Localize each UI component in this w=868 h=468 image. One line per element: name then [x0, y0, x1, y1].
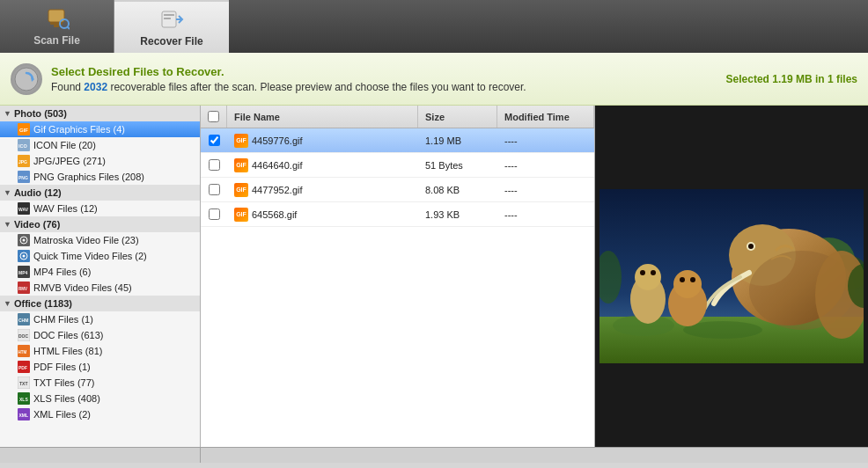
tree-group-photo[interactable]: ▼ Photo (503): [0, 106, 200, 121]
info-suffix: recoverable files after the scan. Please…: [107, 81, 526, 93]
file-check-3[interactable]: [201, 202, 227, 226]
col-header-check: [201, 106, 227, 128]
gif-icon-2: GIF: [234, 183, 248, 197]
tree-item-icon-label: ICON File (20): [33, 140, 96, 150]
tree-item-icon[interactable]: ICO ICON File (20): [0, 137, 200, 153]
recover-icon: [159, 7, 184, 32]
file-name-3: GIF 645568.gif: [227, 202, 418, 226]
tab-recover[interactable]: Recover File: [114, 0, 229, 53]
png-file-icon: PNG: [18, 171, 30, 183]
tree-item-html[interactable]: HTM HTML Files (81): [0, 343, 200, 359]
file-size-3: 1.93 KB: [418, 202, 497, 226]
svg-text:PNG: PNG: [18, 175, 28, 180]
info-text: Select Desired Files to Recover. Found 2…: [51, 65, 526, 93]
left-panel-tree[interactable]: ▼ Photo (503) GIF Gif Graphics Files (4)…: [0, 106, 201, 447]
file-row-2[interactable]: GIF 4477952.gif 8.08 KB ----: [201, 178, 594, 202]
svg-rect-6: [164, 14, 174, 16]
svg-point-63: [690, 277, 695, 282]
svg-text:TXT: TXT: [19, 381, 27, 386]
tree-item-pdf-label: PDF Files (1): [33, 362, 91, 372]
txt-file-icon: TXT: [18, 377, 30, 389]
tree-item-gif-label: Gif Graphics Files (4): [33, 124, 125, 135]
left-panel-scrollbar[interactable]: [0, 448, 201, 463]
right-panel-preview: [595, 106, 868, 447]
file-row-1[interactable]: GIF 4464640.gif 51 Bytes ----: [201, 153, 594, 178]
svg-point-61: [673, 270, 702, 298]
info-left: Select Desired Files to Recover. Found 2…: [11, 63, 526, 95]
file-list-header: File Name Size Modified Time: [201, 106, 594, 128]
tree-item-mov[interactable]: Quick Time Video Files (2): [0, 248, 200, 264]
tree-item-mkv[interactable]: Matroska Video File (23): [0, 232, 200, 248]
tree-item-jpg-label: JPG/JPEG (271): [33, 156, 106, 166]
bottom-scrollbar-area: [0, 447, 868, 463]
gif-icon-3: GIF: [234, 208, 248, 222]
tree-item-doc-label: DOC Files (613): [33, 330, 103, 340]
xml-file-icon: XML: [18, 408, 30, 420]
tree-item-mov-label: Quick Time Video Files (2): [33, 251, 147, 261]
recover-tab-label: Recover File: [140, 35, 202, 48]
tree-group-video-label: Video (76): [14, 219, 60, 230]
svg-text:GIF: GIF: [19, 128, 28, 133]
tree-item-mp4-label: MP4 Files (6): [33, 267, 91, 277]
svg-rect-7: [164, 18, 171, 19]
info-subtitle: Found 2032 recoverable files after the s…: [51, 81, 526, 93]
file-checkbox-0[interactable]: [209, 135, 220, 146]
chm-file-icon: CHM: [18, 313, 30, 325]
scan-tab-label: Scan File: [33, 34, 80, 47]
tree-group-audio[interactable]: ▼ Audio (12): [0, 185, 200, 201]
file-name-2: GIF 4477952.gif: [227, 178, 418, 201]
file-check-1[interactable]: [201, 153, 227, 177]
doc-file-icon: DOC: [18, 329, 30, 341]
html-file-icon: HTM: [18, 345, 30, 357]
tab-scan[interactable]: Scan File: [0, 0, 114, 53]
tree-item-doc[interactable]: DOC DOC Files (613): [0, 327, 200, 343]
svg-text:CHM: CHM: [18, 318, 28, 323]
file-checkbox-3[interactable]: [209, 208, 220, 220]
tree-group-office[interactable]: ▼ Office (1183): [0, 296, 200, 311]
preview-image: [595, 106, 868, 447]
file-check-2[interactable]: [201, 178, 227, 201]
file-modified-1: ----: [497, 153, 594, 177]
jpg-file-icon: JPG: [18, 155, 30, 167]
tree-item-rmvb[interactable]: RMV RMVB Video Files (45): [0, 280, 200, 296]
tree-item-xls[interactable]: XLS XLS Files (408): [0, 391, 200, 406]
tree-group-audio-label: Audio (12): [14, 187, 62, 198]
tree-item-wav-label: WAV Files (12): [33, 203, 98, 214]
file-check-0[interactable]: [201, 128, 227, 152]
file-size-2: 8.08 KB: [418, 178, 497, 201]
col-header-size: Size: [418, 106, 497, 128]
svg-text:PDF: PDF: [18, 365, 27, 370]
tree-item-jpg[interactable]: JPG JPG/JPEG (271): [0, 153, 200, 169]
triangle-icon: ▼: [4, 109, 11, 118]
center-panel-scrollbar[interactable]: [201, 448, 868, 463]
triangle-icon-audio: ▼: [4, 188, 11, 197]
file-checkbox-2[interactable]: [209, 184, 220, 195]
svg-text:DOC: DOC: [18, 333, 29, 339]
mkv-file-icon: [18, 234, 30, 246]
preview-svg: [600, 189, 864, 363]
tree-item-gif[interactable]: GIF Gif Graphics Files (4): [0, 121, 200, 137]
file-row-3[interactable]: GIF 645568.gif 1.93 KB ----: [201, 202, 594, 227]
tree-item-chm[interactable]: CHM CHM Files (1): [0, 311, 200, 327]
svg-point-58: [640, 270, 645, 275]
tree-item-pdf[interactable]: PDF PDF Files (1): [0, 359, 200, 375]
pdf-file-icon: PDF: [18, 361, 30, 373]
tree-item-xml[interactable]: XML XML Files (2): [0, 406, 200, 422]
file-checkbox-1[interactable]: [209, 159, 220, 171]
info-prefix: Found: [51, 81, 84, 93]
tree-item-png[interactable]: PNG PNG Graphics Files (208): [0, 169, 200, 185]
info-icon: [11, 63, 42, 95]
svg-point-59: [651, 270, 656, 275]
file-row-0[interactable]: GIF 4459776.gif 1.19 MB ----: [201, 128, 594, 153]
tree-item-wav[interactable]: WAV WAV Files (12): [0, 201, 200, 216]
info-count: 2032: [84, 81, 107, 93]
file-size-1: 51 Bytes: [418, 153, 497, 177]
tree-item-txt[interactable]: TXT TXT Files (77): [0, 375, 200, 391]
svg-line-4: [67, 27, 70, 30]
svg-text:ICO: ICO: [18, 143, 28, 149]
header-checkbox[interactable]: [208, 111, 219, 122]
tree-item-xls-label: XLS Files (408): [33, 393, 100, 404]
xls-file-icon: XLS: [18, 392, 30, 405]
tree-group-video[interactable]: ▼ Video (76): [0, 216, 200, 232]
tree-item-mp4[interactable]: MP4 MP4 Files (6): [0, 264, 200, 280]
